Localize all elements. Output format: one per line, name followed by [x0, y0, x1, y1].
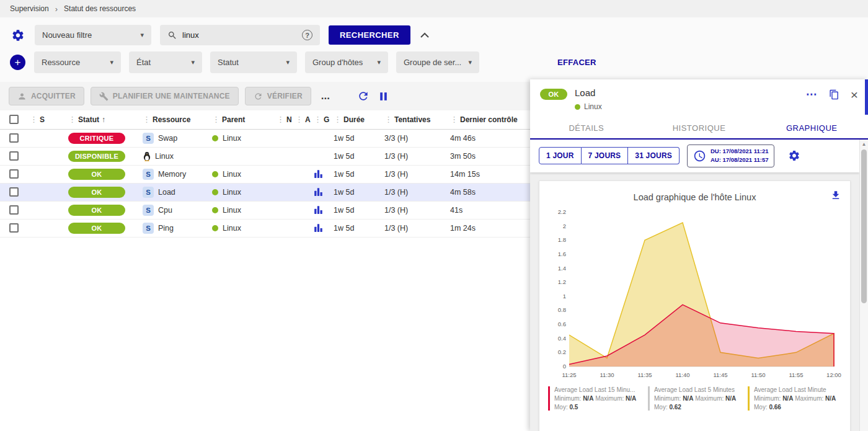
- graph-icon[interactable]: [314, 205, 323, 215]
- drag-handle-icon[interactable]: ⋮: [334, 115, 342, 124]
- graph-icon[interactable]: [314, 223, 323, 233]
- tab-graphique[interactable]: GRAPHIQUE: [755, 117, 868, 138]
- graph-icon[interactable]: [314, 187, 323, 197]
- table-row[interactable]: OKSPingLinux1w 5d1/3 (H)1m 24s: [0, 219, 530, 237]
- panel-actions: ⋯ ×: [806, 87, 858, 101]
- select-all-checkbox[interactable]: [9, 115, 19, 124]
- set-downtime-button[interactable]: PLANIFIER UNE MAINTENANCE: [91, 87, 239, 105]
- resource-cell[interactable]: SLoad: [140, 183, 210, 201]
- drag-handle-icon[interactable]: ⋮: [277, 115, 285, 124]
- range-button-31-jours[interactable]: 31 JOURS: [628, 147, 680, 164]
- resource-cell[interactable]: SPing: [140, 219, 210, 237]
- close-icon[interactable]: ×: [851, 88, 858, 101]
- criteria-select-ressource[interactable]: Ressource▾: [34, 51, 121, 73]
- range-button-1-jour[interactable]: 1 JOUR: [539, 147, 582, 164]
- search-button[interactable]: RECHERCHER: [329, 25, 410, 45]
- drag-handle-icon[interactable]: ⋮: [314, 115, 322, 124]
- criteria-select-etat[interactable]: État▾: [129, 51, 202, 73]
- criteria-select-statut[interactable]: Statut▾: [210, 51, 297, 73]
- scrollbar-thumb[interactable]: [861, 149, 867, 303]
- panel-scrollbar[interactable]: ▲: [859, 140, 868, 431]
- drag-handle-icon[interactable]: ⋮: [68, 115, 76, 124]
- copy-link-icon[interactable]: [828, 88, 841, 101]
- collapse-filters-chevron-icon[interactable]: [420, 32, 429, 38]
- table-row[interactable]: OKSLoadLinux1w 5d1/3 (H)4m 58s: [0, 183, 530, 201]
- saved-filter-select[interactable]: Nouveau filtre ▾: [35, 25, 151, 45]
- table-row[interactable]: DISPONIBLELinux1w 5d1/3 (H)3m 50s: [0, 147, 530, 165]
- resource-cell[interactable]: SCpu: [140, 201, 210, 219]
- row-checkbox[interactable]: [9, 169, 19, 179]
- column-header-parent[interactable]: ⋮Parent: [210, 110, 274, 129]
- row-checkbox[interactable]: [9, 223, 19, 233]
- column-header-g[interactable]: ⋮G: [311, 110, 331, 129]
- drag-handle-icon[interactable]: ⋮: [30, 115, 38, 124]
- add-criteria-button[interactable]: +: [10, 55, 25, 70]
- row-checkbox[interactable]: [9, 205, 19, 215]
- drag-handle-icon[interactable]: ⋮: [212, 115, 220, 124]
- time-range-card: 1 JOUR7 JOURS31 JOURS DU: 17/08/2021 11:…: [530, 140, 859, 172]
- refresh-icon[interactable]: [356, 89, 371, 104]
- svg-text:11:35: 11:35: [637, 371, 652, 378]
- criteria-select-groupe-de-ser[interactable]: Groupe de ser...▾: [396, 51, 479, 73]
- parent-cell[interactable]: [210, 147, 274, 165]
- legend-item[interactable]: Average Load Last MinuteMinimum: N/A Max…: [748, 386, 841, 411]
- search-box[interactable]: ?: [160, 25, 320, 45]
- graph-icon[interactable]: [314, 169, 323, 179]
- row-checkbox[interactable]: [9, 151, 19, 161]
- service-icon: S: [143, 187, 154, 198]
- column-header-n[interactable]: ⋮N: [274, 110, 293, 129]
- column-header-s[interactable]: ⋮S: [27, 110, 66, 129]
- tab-historique[interactable]: HISTORIQUE: [643, 117, 756, 138]
- custom-period-picker[interactable]: DU: 17/08/2021 11:21 AU: 17/08/2021 11:5…: [687, 144, 774, 167]
- legend-item[interactable]: Average Load Last 15 Minu...Minimum: N/A…: [548, 386, 642, 411]
- parent-cell[interactable]: Linux: [210, 129, 274, 147]
- column-header-ressource[interactable]: ⋮Ressource: [140, 110, 210, 129]
- help-icon[interactable]: ?: [302, 30, 312, 40]
- check-button[interactable]: VÉRIFIER: [245, 87, 311, 105]
- column-header-tentatives[interactable]: ⋮Tentatives: [382, 110, 448, 129]
- panel-title: Load: [575, 87, 602, 98]
- search-input[interactable]: [182, 30, 297, 40]
- breadcrumb-item-statut-des-ressources[interactable]: Statut des ressources: [64, 4, 136, 13]
- column-header-duree[interactable]: ⋮Durée: [331, 110, 382, 129]
- row-checkbox[interactable]: [9, 133, 19, 143]
- resource-cell[interactable]: Linux: [140, 147, 210, 165]
- graph-cell[interactable]: [311, 165, 331, 183]
- drag-handle-icon[interactable]: ⋮: [450, 115, 458, 124]
- acknowledge-button[interactable]: ACQUITTER: [9, 87, 84, 105]
- column-header-a[interactable]: ⋮A: [293, 110, 311, 129]
- legend-item[interactable]: Average Load Last 5 MinutesMinimum: N/A …: [648, 386, 742, 411]
- range-button-7-jours[interactable]: 7 JOURS: [582, 147, 629, 164]
- breadcrumb-item-supervision[interactable]: Supervision: [10, 4, 49, 13]
- download-icon[interactable]: [830, 190, 841, 203]
- filters-gear-icon[interactable]: [10, 27, 26, 43]
- row-checkbox[interactable]: [9, 187, 19, 197]
- more-icon[interactable]: ⋯: [806, 87, 818, 101]
- resource-cell[interactable]: SMemory: [140, 165, 210, 183]
- parent-cell[interactable]: Linux: [210, 183, 274, 201]
- graph-settings-gear-icon[interactable]: [787, 148, 802, 163]
- tab-details[interactable]: DÉTAILS: [530, 117, 643, 138]
- parent-cell[interactable]: Linux: [210, 165, 274, 183]
- resource-cell[interactable]: SSwap: [140, 129, 210, 147]
- clear-filters-button[interactable]: EFFACER: [557, 58, 596, 67]
- criteria-select-group-d-hotes[interactable]: Group d'hôtes▾: [305, 51, 388, 73]
- column-header-statut[interactable]: ⋮Statut↑: [66, 110, 140, 129]
- drag-handle-icon[interactable]: ⋮: [143, 115, 151, 124]
- parent-cell[interactable]: Linux: [210, 201, 274, 219]
- graph-cell[interactable]: [311, 201, 331, 219]
- table-row[interactable]: OKSMemoryLinux1w 5d1/3 (H)14m 15s: [0, 165, 530, 183]
- drag-handle-icon[interactable]: ⋮: [295, 115, 303, 124]
- graph-cell[interactable]: [311, 219, 331, 237]
- table-row[interactable]: OKSCpuLinux1w 5d1/3 (H)41s: [0, 201, 530, 219]
- column-header-dernier[interactable]: ⋮Dernier contrôle: [448, 110, 530, 129]
- more-actions-button[interactable]: ...: [317, 90, 334, 102]
- sort-asc-icon[interactable]: ↑: [102, 115, 105, 124]
- graph-cell[interactable]: [311, 183, 331, 201]
- parent-cell[interactable]: Linux: [210, 219, 274, 237]
- pause-icon[interactable]: [377, 90, 390, 103]
- notes-cell: [274, 201, 293, 219]
- drag-handle-icon[interactable]: ⋮: [384, 115, 392, 124]
- scroll-up-arrow-icon[interactable]: ▲: [860, 141, 868, 147]
- table-row[interactable]: CRITIQUESSwapLinux1w 5d3/3 (H)4m 46s: [0, 129, 530, 147]
